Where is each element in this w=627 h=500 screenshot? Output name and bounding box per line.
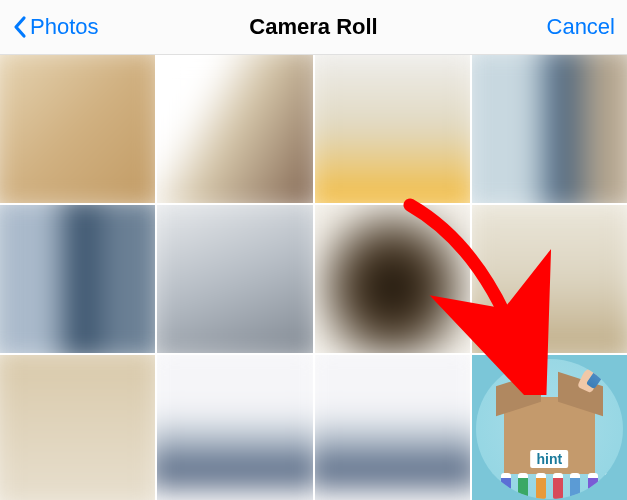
product-box: hint [504, 397, 595, 474]
blurred-thumbnail-fill [315, 355, 470, 500]
bottle-icon [553, 473, 563, 499]
product-box-brand: hint [531, 450, 569, 468]
photo-thumbnail-highlighted[interactable]: hint [472, 355, 627, 500]
chevron-left-icon [12, 15, 28, 39]
bottle-icon [501, 473, 511, 499]
blurred-thumbnail-fill [315, 55, 470, 203]
photo-thumbnail[interactable] [0, 55, 155, 203]
bottle-icon [588, 473, 598, 499]
page-title: Camera Roll [249, 14, 377, 40]
blurred-thumbnail-fill [157, 355, 312, 500]
photo-thumbnail[interactable] [0, 205, 155, 353]
back-button[interactable]: Photos [12, 14, 99, 40]
bottle-icon [536, 473, 546, 499]
navigation-bar: Photos Camera Roll Cancel [0, 0, 627, 55]
photo-thumbnail[interactable] [0, 355, 155, 500]
blurred-thumbnail-fill [0, 355, 155, 500]
photo-thumbnail[interactable] [157, 355, 312, 500]
bottle-icon [570, 473, 580, 499]
bottle-icon [483, 473, 493, 499]
blurred-thumbnail-fill [157, 205, 312, 353]
blurred-thumbnail-fill [472, 55, 627, 203]
photo-thumbnail[interactable] [157, 55, 312, 203]
blurred-thumbnail-fill [0, 55, 155, 203]
photo-thumbnail[interactable] [315, 355, 470, 500]
photo-thumbnail[interactable] [157, 205, 312, 353]
photo-thumbnail[interactable] [472, 205, 627, 353]
blurred-thumbnail-fill [315, 205, 470, 353]
cancel-button[interactable]: Cancel [547, 14, 615, 40]
bottle-icon [605, 473, 615, 499]
blurred-thumbnail-fill [0, 205, 155, 353]
photo-thumbnail[interactable] [472, 55, 627, 203]
photo-thumbnail[interactable] [315, 205, 470, 353]
back-label: Photos [30, 14, 99, 40]
bottle-icon [518, 473, 528, 499]
blurred-thumbnail-fill [157, 55, 312, 203]
photo-grid: hint [0, 55, 627, 500]
photo-thumbnail[interactable] [315, 55, 470, 203]
thumbnail-circle-overlay: hint [476, 359, 623, 499]
blurred-thumbnail-fill [472, 205, 627, 353]
bottle-row [476, 469, 623, 499]
